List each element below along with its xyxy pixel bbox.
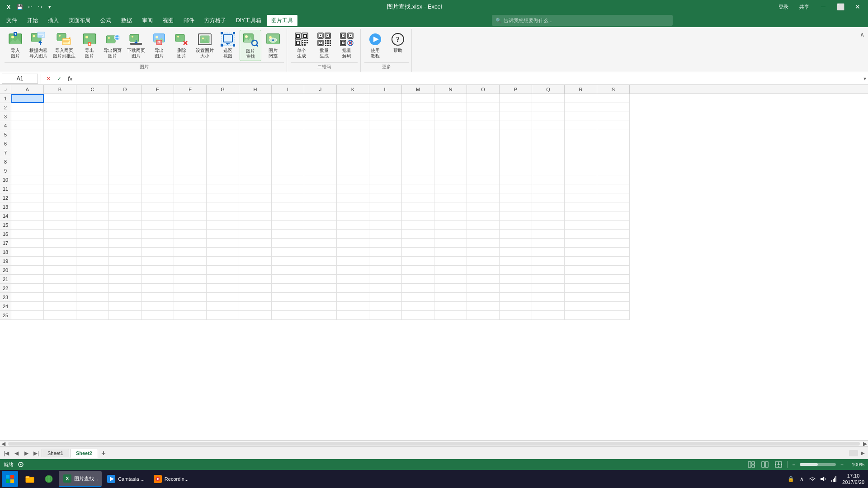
- row-header-2[interactable]: 2: [0, 103, 11, 112]
- cell-E18[interactable]: [142, 248, 174, 257]
- cell-R14[interactable]: [565, 211, 597, 221]
- cell-D8[interactable]: [109, 157, 142, 166]
- cell-Q15[interactable]: [532, 221, 565, 230]
- cell-J14[interactable]: [304, 211, 337, 221]
- close-btn[interactable]: ✕: [851, 0, 864, 13]
- cell-Q17[interactable]: [532, 239, 565, 248]
- cell-B18[interactable]: [44, 248, 76, 257]
- cell-E16[interactable]: [142, 230, 174, 239]
- cell-C9[interactable]: [76, 166, 109, 175]
- row-header-4[interactable]: 4: [0, 121, 11, 130]
- cell-S2[interactable]: [597, 103, 630, 112]
- cell-M8[interactable]: [402, 157, 434, 166]
- row-header-21[interactable]: 21: [0, 275, 11, 284]
- cell-O10[interactable]: [467, 175, 500, 184]
- cell-M1[interactable]: [402, 94, 434, 103]
- row-header-19[interactable]: 19: [0, 257, 11, 266]
- cell-H11[interactable]: [239, 184, 272, 193]
- cell-R12[interactable]: [565, 193, 597, 202]
- cell-B10[interactable]: [44, 175, 76, 184]
- cell-L5[interactable]: [369, 130, 402, 139]
- cell-R19[interactable]: [565, 257, 597, 266]
- sheet-nav-next-btn[interactable]: ▶: [22, 449, 31, 458]
- cell-F2[interactable]: [174, 103, 207, 112]
- cell-M23[interactable]: [402, 293, 434, 302]
- cell-D17[interactable]: [109, 239, 142, 248]
- cell-L11[interactable]: [369, 184, 402, 193]
- cell-C12[interactable]: [76, 193, 109, 202]
- cell-P12[interactable]: [500, 193, 532, 202]
- cell-B21[interactable]: [44, 275, 76, 284]
- cell-H2[interactable]: [239, 103, 272, 112]
- cell-K14[interactable]: [337, 211, 369, 221]
- cell-S24[interactable]: [597, 302, 630, 311]
- cell-I4[interactable]: [272, 121, 304, 130]
- formula-function-btn[interactable]: fx: [66, 74, 75, 84]
- cell-L8[interactable]: [369, 157, 402, 166]
- save-quick-btn[interactable]: 💾: [15, 2, 24, 11]
- cell-C22[interactable]: [76, 284, 109, 293]
- cell-G15[interactable]: [207, 221, 239, 230]
- cell-L10[interactable]: [369, 175, 402, 184]
- cell-G25[interactable]: [207, 311, 239, 320]
- col-header-L[interactable]: L: [369, 85, 402, 94]
- cell-L19[interactable]: [369, 257, 402, 266]
- menu-file[interactable]: 文件: [2, 15, 22, 26]
- cell-F18[interactable]: [174, 248, 207, 257]
- row-header-10[interactable]: 10: [0, 175, 11, 184]
- cell-E23[interactable]: [142, 293, 174, 302]
- cell-H25[interactable]: [239, 311, 272, 320]
- cell-B11[interactable]: [44, 184, 76, 193]
- scroll-right-btn[interactable]: ▶: [862, 441, 868, 447]
- cell-Q12[interactable]: [532, 193, 565, 202]
- cell-J17[interactable]: [304, 239, 337, 248]
- cell-Q25[interactable]: [532, 311, 565, 320]
- cell-Q18[interactable]: [532, 248, 565, 257]
- cell-Q19[interactable]: [532, 257, 565, 266]
- cell-D10[interactable]: [109, 175, 142, 184]
- cell-R23[interactable]: [565, 293, 597, 302]
- cell-E2[interactable]: [142, 103, 174, 112]
- cell-J13[interactable]: [304, 202, 337, 211]
- cell-A18[interactable]: [11, 248, 44, 257]
- menu-diy[interactable]: DIY工具箱: [231, 15, 266, 26]
- cell-S18[interactable]: [597, 248, 630, 257]
- cell-A11[interactable]: [11, 184, 44, 193]
- row-header-25[interactable]: 25: [0, 311, 11, 320]
- cell-A17[interactable]: [11, 239, 44, 248]
- menu-review[interactable]: 审阅: [137, 15, 157, 26]
- cell-G21[interactable]: [207, 275, 239, 284]
- delete-pic-btn[interactable]: 删除图片: [171, 30, 193, 60]
- cell-B16[interactable]: [44, 230, 76, 239]
- cell-K17[interactable]: [337, 239, 369, 248]
- cell-F11[interactable]: [174, 184, 207, 193]
- cell-B20[interactable]: [44, 266, 76, 275]
- undo-quick-btn[interactable]: ↩: [25, 2, 34, 11]
- formula-cancel-btn[interactable]: ✕: [44, 74, 53, 84]
- cell-Q8[interactable]: [532, 157, 565, 166]
- cell-L22[interactable]: [369, 284, 402, 293]
- cell-R4[interactable]: [565, 121, 597, 130]
- cell-C20[interactable]: [76, 266, 109, 275]
- cell-F4[interactable]: [174, 121, 207, 130]
- cell-A24[interactable]: [11, 302, 44, 311]
- cell-B25[interactable]: [44, 311, 76, 320]
- cell-D4[interactable]: [109, 121, 142, 130]
- more-quick-btn[interactable]: ▾: [45, 2, 54, 11]
- cell-K6[interactable]: [337, 139, 369, 148]
- cell-F20[interactable]: [174, 266, 207, 275]
- cell-O24[interactable]: [467, 302, 500, 311]
- row-header-6[interactable]: 6: [0, 139, 11, 148]
- cell-R24[interactable]: [565, 302, 597, 311]
- formula-expand-btn[interactable]: ▾: [863, 75, 866, 82]
- export-pic2-btn[interactable]: 导出图片: [148, 30, 170, 60]
- cell-L21[interactable]: [369, 275, 402, 284]
- cell-O4[interactable]: [467, 121, 500, 130]
- cell-C17[interactable]: [76, 239, 109, 248]
- cell-F22[interactable]: [174, 284, 207, 293]
- sheet-scroll-btn[interactable]: ▶: [860, 450, 866, 456]
- cell-P14[interactable]: [500, 211, 532, 221]
- col-header-D[interactable]: D: [109, 85, 142, 94]
- cell-D6[interactable]: [109, 139, 142, 148]
- cell-Q11[interactable]: [532, 184, 565, 193]
